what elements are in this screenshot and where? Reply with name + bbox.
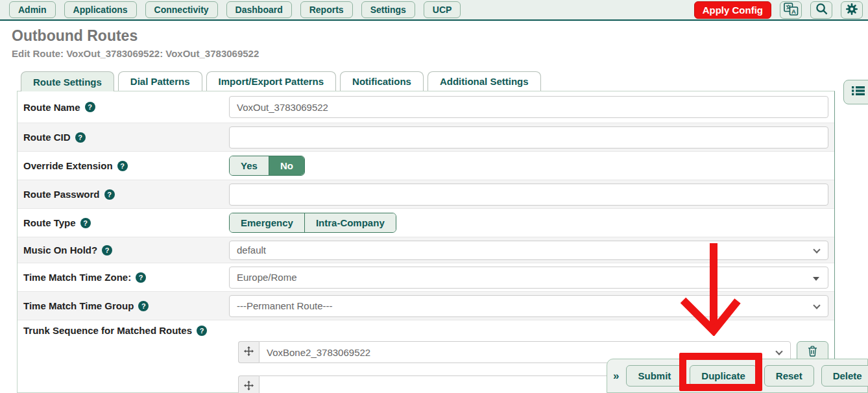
music-on-hold-value: default <box>237 244 266 256</box>
help-icon[interactable]: ? <box>138 301 149 311</box>
collapse-toolbar-button[interactable]: » <box>613 370 619 383</box>
page-title: Outbound Routes <box>12 27 138 45</box>
drag-handle[interactable] <box>238 375 259 393</box>
route-name-label-wrap: Route Name ? <box>18 102 229 113</box>
time-group-value: ---Permanent Route--- <box>237 300 333 311</box>
row-route-name: Route Name ? <box>18 91 834 123</box>
route-password-label-wrap: Route Password ? <box>18 189 229 200</box>
trunk-sequence-label-wrap: Trunk Sequence for Matched Routes ? <box>18 325 229 336</box>
row-route-password: Route Password ? <box>18 180 834 209</box>
time-group-select[interactable]: ---Permanent Route--- <box>229 295 828 317</box>
route-list-toggle-button[interactable] <box>843 80 868 104</box>
time-zone-label-wrap: Time Match Time Zone: ? <box>18 272 229 283</box>
tab-route-settings[interactable]: Route Settings <box>21 71 114 91</box>
route-type-emergency-button[interactable]: Emergency <box>230 213 304 232</box>
trash-icon <box>808 346 817 359</box>
route-password-label: Route Password <box>23 189 100 200</box>
row-route-type: Route Type ? Emergency Intra-Company <box>18 209 834 237</box>
nav-applications[interactable]: Applications <box>64 1 137 18</box>
route-name-label: Route Name <box>23 102 80 113</box>
route-tabs: Route Settings Dial Patterns Import/Expo… <box>21 71 541 91</box>
top-nav-right-group: Apply Config A <box>694 1 863 19</box>
time-zone-label: Time Match Time Zone: <box>23 272 131 283</box>
row-music-on-hold: Music On Hold? ? default <box>18 237 834 263</box>
language-button[interactable]: A <box>780 1 802 19</box>
row-route-cid: Route CID ? <box>18 123 834 152</box>
trunk-sequence-label: Trunk Sequence for Matched Routes <box>23 325 192 336</box>
help-icon[interactable]: ? <box>104 189 115 200</box>
move-icon <box>244 346 254 359</box>
help-icon[interactable]: ? <box>102 245 112 256</box>
search-icon <box>815 3 828 18</box>
time-zone-select[interactable]: Europe/Rome <box>229 267 828 289</box>
override-extension-toggle: Yes No <box>229 156 305 176</box>
settings-gear-button[interactable] <box>841 1 863 19</box>
time-group-label: Time Match Time Group <box>23 300 134 311</box>
tab-additional-settings[interactable]: Additional Settings <box>428 71 541 91</box>
top-nav-bar: Admin Applications Connectivity Dashboar… <box>0 0 868 21</box>
override-extension-yes-button[interactable]: Yes <box>230 156 269 175</box>
trunk-select-1-value: VoxBone2_3783069522 <box>267 347 370 358</box>
move-icon <box>244 381 254 393</box>
route-cid-label: Route CID <box>23 132 71 143</box>
help-icon[interactable]: ? <box>75 132 86 143</box>
reset-button[interactable]: Reset <box>764 365 814 387</box>
drag-handle[interactable] <box>238 341 259 363</box>
row-override-extension: Override Extension ? Yes No <box>18 152 834 180</box>
help-icon[interactable]: ? <box>85 102 95 112</box>
chevron-down-icon <box>813 302 820 309</box>
nav-dashboard[interactable]: Dashboard <box>226 1 292 18</box>
svg-text:A: A <box>791 7 796 14</box>
route-password-input[interactable] <box>229 184 828 206</box>
page-subtitle: Edit Route: VoxOut_3783069522: VoxOut_37… <box>12 48 259 59</box>
music-on-hold-label: Music On Hold? <box>23 244 97 256</box>
duplicate-button[interactable]: Duplicate <box>690 365 757 387</box>
override-extension-no-button[interactable]: No <box>269 156 304 175</box>
help-icon[interactable]: ? <box>80 218 91 228</box>
nav-ucp[interactable]: UCP <box>424 1 461 18</box>
nav-admin[interactable]: Admin <box>9 1 56 18</box>
apply-config-button[interactable]: Apply Config <box>694 1 771 19</box>
override-extension-label: Override Extension <box>23 160 113 171</box>
chevron-down-icon <box>813 246 820 253</box>
route-type-label-wrap: Route Type ? <box>18 217 229 228</box>
tab-dial-patterns[interactable]: Dial Patterns <box>118 71 202 91</box>
route-name-input[interactable] <box>229 96 828 118</box>
nav-reports[interactable]: Reports <box>300 1 353 18</box>
nav-settings[interactable]: Settings <box>361 1 415 18</box>
delete-button[interactable]: Delete <box>821 365 868 387</box>
search-button[interactable] <box>810 1 832 19</box>
gear-icon <box>845 3 858 18</box>
outbound-routes-page: Admin Applications Connectivity Dashboar… <box>0 0 868 393</box>
time-group-label-wrap: Time Match Time Group ? <box>18 300 229 311</box>
tab-notifications[interactable]: Notifications <box>340 71 424 91</box>
chevron-down-icon <box>775 348 782 355</box>
route-settings-form: Route Name ? Route CID ? Override Extens… <box>17 91 835 393</box>
time-zone-value: Europe/Rome <box>237 272 297 283</box>
route-type-label: Route Type <box>23 217 76 228</box>
help-icon[interactable]: ? <box>136 272 146 283</box>
route-type-intra-company-button[interactable]: Intra-Company <box>304 213 396 232</box>
route-cid-input[interactable] <box>229 126 828 149</box>
route-type-toggle: Emergency Intra-Company <box>229 213 396 233</box>
triangle-down-icon <box>813 277 819 281</box>
tab-import-export-patterns[interactable]: Import/Export Patterns <box>206 71 337 91</box>
row-time-match-time-group: Time Match Time Group ? ---Permanent Rou… <box>18 292 834 320</box>
nav-connectivity[interactable]: Connectivity <box>145 1 218 18</box>
music-on-hold-select[interactable]: default <box>229 241 828 260</box>
help-icon[interactable]: ? <box>117 161 128 171</box>
submit-button[interactable]: Submit <box>626 365 682 387</box>
help-icon[interactable]: ? <box>197 326 207 336</box>
override-extension-label-wrap: Override Extension ? <box>18 160 229 171</box>
action-toolbar: » Submit Duplicate Reset Delete <box>607 359 868 393</box>
language-icon: A <box>784 3 799 18</box>
music-on-hold-label-wrap: Music On Hold? ? <box>18 244 229 256</box>
list-icon <box>852 86 865 99</box>
row-time-match-time-zone: Time Match Time Zone: ? Europe/Rome <box>18 263 834 292</box>
route-cid-label-wrap: Route CID ? <box>18 132 229 143</box>
